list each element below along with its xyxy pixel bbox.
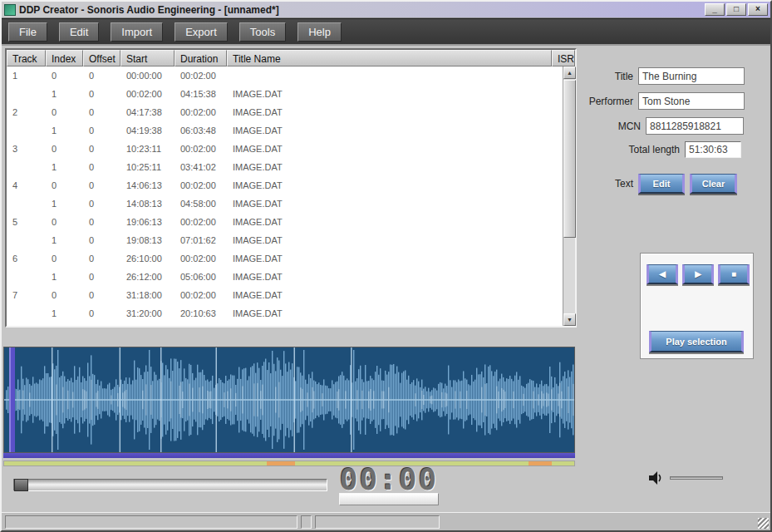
menu-file[interactable]: File [8,22,47,42]
title-label: Title [583,71,638,82]
scroll-down-icon[interactable]: ▼ [563,313,576,326]
mcn-label: MCN [591,121,646,132]
table-header-row: Track Index Offset Start Duration Title … [7,50,575,66]
table-row[interactable]: 5 0 0 19:06:13 00:02:00 IMAGE.DAT [7,213,563,231]
menu-help[interactable]: Help [297,22,342,42]
time-display: 00:00 [332,462,445,505]
transport-controls: ◀ ▶ ■ [647,264,750,284]
status-cell-small [301,515,312,529]
volume-area [647,469,723,487]
menu-tools[interactable]: Tools [239,22,286,42]
track-marker-segment [552,461,574,466]
track-marker-segment [4,461,267,466]
status-cell-main [5,515,297,529]
performer-input[interactable] [638,92,745,110]
position-slider[interactable] [13,479,327,491]
performer-label: Performer [583,96,638,107]
cdtext-label: Text [583,178,638,190]
header-offset[interactable]: Offset [83,50,120,66]
disc-title-input[interactable] [638,67,745,85]
menu-edit[interactable]: Edit [59,22,99,42]
table-row[interactable]: 3 0 0 10:23:11 00:02:00 IMAGE.DAT [7,140,563,158]
menu-export[interactable]: Export [175,22,228,42]
play-button[interactable]: ▶ [682,264,714,284]
stop-icon: ■ [731,269,736,278]
track-table: Track Index Offset Start Duration Title … [5,48,577,328]
waveform-display[interactable] [3,347,575,453]
app-icon [4,4,16,16]
minimize-button[interactable]: _ [705,3,725,16]
rewind-button[interactable]: ◀ [647,264,678,284]
menu-import[interactable]: Import [111,22,163,42]
total-length-display: 51:30:63 [685,141,741,158]
volume-slider[interactable] [670,476,723,480]
header-title-name[interactable]: Title Name [227,50,552,66]
table-row[interactable]: 1 0 04:19:38 06:03:48 IMAGE.DAT [7,121,563,140]
track-marker-segment [267,461,295,466]
player-groupbox: ◀ ▶ ■ Play selection [640,253,754,359]
stop-button[interactable]: ■ [718,264,750,284]
header-index[interactable]: Index [46,50,83,66]
track-table-body: 1 0 0 00:00:00 00:02:00 1 0 00:02:00 04:… [7,66,563,326]
title-bar[interactable]: DDP Creator - Sonoris Audio Engineering … [2,2,770,18]
table-row[interactable]: 1 0 26:12:00 05:06:00 IMAGE.DAT [7,268,563,286]
total-length-label: Total length [583,144,685,155]
table-row[interactable]: 1 0 00:02:00 04:15:38 IMAGE.DAT [7,85,563,103]
table-row[interactable]: 6 0 0 26:10:00 00:02:00 IMAGE.DAT [7,249,563,268]
scroll-up-icon[interactable]: ▲ [563,66,576,79]
table-row[interactable]: 2 0 0 04:17:38 00:02:00 IMAGE.DAT [7,103,563,121]
header-duration[interactable]: Duration [175,50,227,66]
status-cell-secondary [315,515,440,529]
text-edit-button[interactable]: Edit [638,174,685,194]
track-marker-strip[interactable] [3,461,575,466]
text-clear-button[interactable]: Clear [690,174,737,194]
maximize-button[interactable]: □ [726,3,746,16]
table-row[interactable]: 1 0 31:20:00 20:10:63 IMAGE.DAT [7,304,563,323]
header-start[interactable]: Start [120,50,175,66]
table-row[interactable]: 7 0 0 31:18:00 00:02:00 IMAGE.DAT [7,286,563,304]
scrollbar-thumb[interactable] [563,80,576,238]
waveform-svg [4,347,574,452]
menu-bar: File Edit Import Export Tools Help [2,18,770,46]
play-selection-button[interactable]: Play selection [649,331,744,352]
play-icon: ▶ [695,269,701,278]
header-isrc[interactable]: ISR [552,50,575,66]
table-row[interactable]: 1 0 10:25:11 03:41:02 IMAGE.DAT [7,158,563,176]
table-row[interactable]: 1 0 0 00:00:00 00:02:00 [7,66,563,85]
rewind-icon: ◀ [659,269,666,278]
table-vertical-scrollbar[interactable]: ▲ ▼ [563,66,575,326]
table-row[interactable]: 1 0 14:08:13 04:58:00 IMAGE.DAT [7,195,563,213]
waveform-selection-strip[interactable] [3,453,575,458]
close-button[interactable]: × [748,3,768,16]
window-title: DDP Creator - Sonoris Audio Engineering … [19,4,703,16]
table-row[interactable]: 4 0 0 14:06:13 00:02:00 IMAGE.DAT [7,176,563,195]
time-digits: 00:00 [332,462,445,496]
status-bar [2,512,770,530]
track-marker-segment [529,461,551,466]
table-row[interactable]: 1 0 19:08:13 07:01:62 IMAGE.DAT [7,231,563,249]
speaker-icon[interactable] [647,469,665,487]
position-slider-handle[interactable] [14,479,28,491]
header-track[interactable]: Track [7,50,46,66]
mcn-input[interactable] [646,117,744,135]
resize-grip[interactable] [758,518,769,529]
